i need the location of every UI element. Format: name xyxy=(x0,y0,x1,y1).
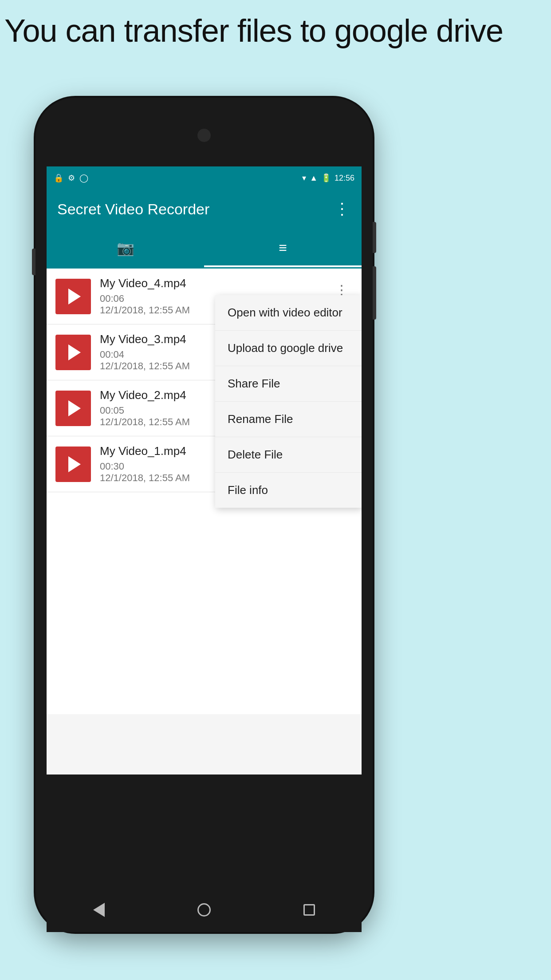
menu-delete-file[interactable]: Delete File xyxy=(215,437,362,473)
phone-screen: 🔒 ⚙ ◯ ▾ ▲ 🔋 12:56 Secret Video Recorder … xyxy=(47,166,362,775)
lock-icon: 🔒 xyxy=(54,173,63,183)
play-icon-4 xyxy=(68,456,81,472)
home-button[interactable] xyxy=(193,899,215,921)
battery-icon: 🔋 xyxy=(321,173,331,183)
camera-tab-icon: 📷 xyxy=(117,240,134,257)
play-icon-3 xyxy=(68,400,81,416)
signal-icon: ▲ xyxy=(310,174,318,183)
video-thumbnail-3 xyxy=(55,391,91,426)
bottom-navigation xyxy=(47,888,362,932)
headline: You can transfer files to google drive xyxy=(4,13,547,48)
recents-icon xyxy=(303,904,315,916)
video-thumbnail-1 xyxy=(55,279,91,314)
menu-upload-google[interactable]: Upload to google drive xyxy=(215,331,362,366)
app-more-button[interactable]: ⋮ xyxy=(334,200,351,218)
back-icon xyxy=(93,903,105,917)
context-menu: Open with video editor Upload to google … xyxy=(215,295,362,508)
video-item-1[interactable]: My Video_4.mp4 00:06 12/1/2018, 12:55 AM… xyxy=(47,269,362,324)
volume-down-button xyxy=(373,266,376,320)
empty-content-area xyxy=(47,492,362,714)
menu-open-video-editor[interactable]: Open with video editor xyxy=(215,295,362,331)
status-bar: 🔒 ⚙ ◯ ▾ ▲ 🔋 12:56 xyxy=(47,166,362,190)
tab-camera[interactable]: 📷 xyxy=(47,229,204,267)
video-thumbnail-2 xyxy=(55,335,91,370)
home-icon xyxy=(197,903,211,917)
play-icon-1 xyxy=(68,288,81,304)
video-list: My Video_4.mp4 00:06 12/1/2018, 12:55 AM… xyxy=(47,269,362,492)
camera-notch xyxy=(197,129,211,142)
status-left-icons: 🔒 ⚙ ◯ xyxy=(54,173,88,183)
app-title: Secret Video Recorder xyxy=(57,201,209,218)
power-button xyxy=(373,222,376,253)
phone-shell: 🔒 ⚙ ◯ ▾ ▲ 🔋 12:56 Secret Video Recorder … xyxy=(35,98,373,932)
sync-icon: ◯ xyxy=(79,173,88,183)
menu-rename-file[interactable]: Rename File xyxy=(215,402,362,437)
volume-button xyxy=(32,249,35,275)
video-thumbnail-4 xyxy=(55,447,91,482)
tab-list[interactable]: ≡ xyxy=(204,229,362,267)
recents-button[interactable] xyxy=(298,899,320,921)
list-tab-icon: ≡ xyxy=(279,240,287,256)
video-name-1: My Video_4.mp4 xyxy=(100,277,331,290)
status-right: ▾ ▲ 🔋 12:56 xyxy=(302,173,354,183)
play-icon-2 xyxy=(68,344,81,360)
wifi-icon: ▾ xyxy=(302,173,306,183)
time-display: 12:56 xyxy=(335,174,354,183)
app-bar: Secret Video Recorder ⋮ xyxy=(47,190,362,229)
tab-bar: 📷 ≡ xyxy=(47,229,362,269)
settings-icon: ⚙ xyxy=(68,173,75,183)
menu-share-file[interactable]: Share File xyxy=(215,366,362,402)
back-button[interactable] xyxy=(88,899,110,921)
menu-file-info[interactable]: File info xyxy=(215,473,362,508)
